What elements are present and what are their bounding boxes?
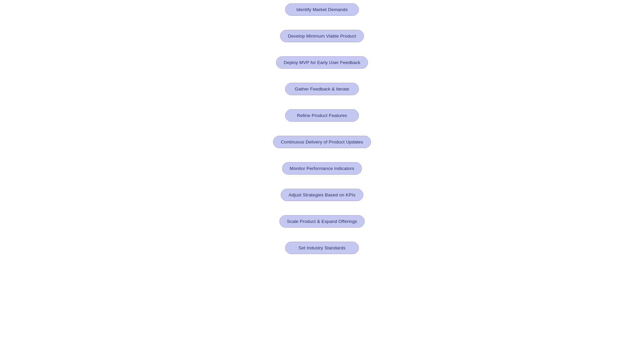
node-identify[interactable]: Identify Market Demands bbox=[285, 3, 359, 16]
flowchart-container: Identify Market DemandsDevelop Minimum V… bbox=[255, 3, 389, 254]
node-wrapper-develop: Develop Minimum Viable Product bbox=[280, 16, 364, 42]
node-wrapper-continuous: Continuous Delivery of Product Updates bbox=[273, 122, 371, 148]
node-adjust[interactable]: Adjust Strategies Based on KPIs bbox=[281, 189, 363, 201]
node-monitor[interactable]: Monitor Performance Indicators bbox=[282, 162, 362, 175]
node-refine[interactable]: Refine Product Features bbox=[285, 109, 359, 122]
node-wrapper-gather: Gather Feedback & Iterate bbox=[285, 69, 359, 95]
node-wrapper-industry: Set Industry Standards bbox=[285, 228, 359, 254]
node-develop[interactable]: Develop Minimum Viable Product bbox=[280, 30, 364, 42]
node-industry[interactable]: Set Industry Standards bbox=[285, 242, 359, 254]
node-wrapper-identify: Identify Market Demands bbox=[285, 3, 359, 16]
node-gather[interactable]: Gather Feedback & Iterate bbox=[285, 83, 359, 95]
node-wrapper-refine: Refine Product Features bbox=[285, 95, 359, 122]
node-wrapper-monitor: Monitor Performance Indicators bbox=[282, 148, 362, 175]
node-wrapper-deploy: Deploy MVP for Early User Feedback bbox=[276, 42, 368, 69]
node-continuous[interactable]: Continuous Delivery of Product Updates bbox=[273, 136, 371, 148]
node-deploy[interactable]: Deploy MVP for Early User Feedback bbox=[276, 56, 368, 69]
node-scale[interactable]: Scale Product & Expand Offerings bbox=[279, 215, 365, 228]
node-wrapper-adjust: Adjust Strategies Based on KPIs bbox=[281, 175, 363, 201]
node-wrapper-scale: Scale Product & Expand Offerings bbox=[279, 201, 365, 228]
